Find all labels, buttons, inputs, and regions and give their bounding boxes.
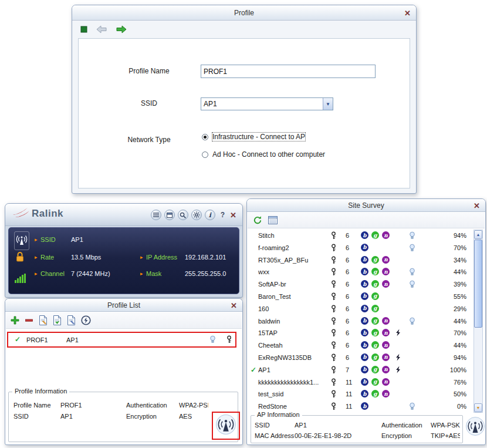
- network-row[interactable]: SoftAP-br 6 bgn 39%: [249, 278, 474, 291]
- adhoc-radio[interactable]: [202, 151, 208, 158]
- bulb-icon: [409, 268, 415, 277]
- close-icon[interactable]: ✕: [231, 301, 237, 309]
- profile-row[interactable]: ✓ PROF1 AP1: [8, 333, 236, 347]
- antenna-status-icon: [14, 231, 29, 250]
- network-row[interactable]: test_ssid 11 bgn 50%: [249, 388, 474, 400]
- ssid-combobox[interactable]: AP1 ▼: [201, 97, 333, 110]
- toolbar-button-search[interactable]: [178, 210, 188, 220]
- radio-tower-icon: [465, 416, 485, 436]
- band-badges: bgn: [361, 378, 393, 386]
- wps-icon: [395, 353, 401, 362]
- network-row[interactable]: ExRegNW3135DB 6 bgn 94%: [249, 352, 474, 364]
- radio-on-off-button[interactable]: [215, 414, 236, 437]
- scroll-up-button[interactable]: ▲: [474, 230, 482, 239]
- back-button[interactable]: [96, 25, 107, 33]
- infrastructure-radio[interactable]: [202, 134, 208, 140]
- network-ssid: f-roaming2: [258, 244, 327, 251]
- band-b-badge: b: [361, 280, 368, 288]
- network-row[interactable]: f-roaming2 6 b 70%: [249, 242, 474, 254]
- network-row[interactable]: ✓ AP1 7 bgn 100%: [249, 364, 474, 376]
- network-ssid: RedStone: [258, 403, 327, 410]
- stop-button[interactable]: [80, 26, 87, 33]
- scrollbar[interactable]: ▲ ▼: [474, 230, 483, 413]
- band-b-badge: b: [361, 366, 368, 373]
- detail-list-icon: [268, 216, 278, 224]
- band-b-badge: b: [361, 390, 368, 398]
- export-profile-button[interactable]: [67, 315, 76, 325]
- scrollbar-thumb[interactable]: [474, 240, 482, 328]
- rescan-button[interactable]: [253, 215, 262, 225]
- detail-view-button[interactable]: [268, 216, 278, 224]
- encryption-key-icon: [330, 329, 337, 338]
- band-b-badge: b: [361, 231, 368, 239]
- signal-percent: 39%: [441, 281, 466, 288]
- band-g-badge: g: [371, 341, 379, 349]
- band-n-badge: n: [382, 280, 390, 288]
- adhoc-radio-label[interactable]: Ad Hoc - Connect to other computer: [212, 150, 325, 159]
- toolbar-button-info[interactable]: i: [205, 210, 215, 220]
- main-window-titlebar[interactable]: Ralink i ? ✕: [5, 204, 242, 226]
- network-row[interactable]: Baron_Test 6 bg 55%: [249, 291, 474, 303]
- profile-form-panel: Profile Name SSID AP1 ▼ Network Type Inf…: [78, 38, 410, 188]
- activate-profile-button[interactable]: [81, 315, 91, 325]
- toolbar-button-network[interactable]: [164, 210, 175, 220]
- band-g-badge: g: [371, 317, 379, 325]
- network-row[interactable]: 160 6 bg 29%: [249, 303, 474, 315]
- network-row[interactable]: RT305x_AP_BFu 6 bgn 34%: [249, 254, 474, 267]
- close-icon[interactable]: ✕: [230, 211, 236, 220]
- signal-percent: 55%: [441, 293, 466, 300]
- network-row[interactable]: Cheetah 6 bgn 44%: [249, 339, 474, 352]
- import-profile-button[interactable]: [53, 315, 62, 325]
- signal-percent: 44%: [441, 318, 466, 325]
- scroll-down-button[interactable]: ▼: [474, 403, 482, 412]
- band-b-badge: b: [361, 341, 368, 349]
- network-row[interactable]: kkkkkkkkkkkkkkkk1... 11 bgn 76%: [249, 376, 474, 389]
- profile-dialog-titlebar[interactable]: Profile ✕: [72, 5, 416, 21]
- help-button[interactable]: ?: [221, 211, 225, 219]
- profile-name-input[interactable]: [201, 65, 376, 78]
- profile-list-titlebar[interactable]: Profile List ✕: [5, 299, 242, 312]
- minus-icon: [25, 316, 33, 325]
- infrastructure-radio-label[interactable]: Infrastructure - Connect to AP: [212, 133, 305, 141]
- profile-row-ssid: AP1: [66, 336, 79, 343]
- arrow-right-icon: [116, 25, 127, 33]
- add-profile-button[interactable]: [11, 316, 19, 325]
- band-n-badge: n: [382, 268, 390, 275]
- delete-profile-button[interactable]: [25, 316, 33, 325]
- band-badges: bgn: [361, 256, 393, 264]
- encryption-key-icon: [330, 292, 337, 302]
- ssid-label: SSID: [13, 413, 60, 420]
- signal-bars-icon: [15, 274, 26, 283]
- toolbar-button-profile[interactable]: [151, 210, 161, 220]
- wps-icon: [395, 366, 401, 375]
- band-b-badge: b: [361, 402, 368, 410]
- band-badges: bgn: [361, 341, 393, 349]
- document-export-icon: [67, 315, 76, 325]
- site-survey-titlebar[interactable]: Site Survey ✕: [247, 199, 485, 212]
- network-channel: 6: [346, 305, 359, 312]
- encryption-key-icon: [330, 256, 337, 265]
- band-n-badge: n: [382, 390, 390, 398]
- main-window: Ralink i ? ✕: [5, 203, 243, 298]
- encryption-key-icon: [330, 280, 337, 289]
- next-button[interactable]: [116, 25, 127, 33]
- close-icon[interactable]: ✕: [404, 9, 411, 16]
- edit-profile-button[interactable]: [39, 315, 48, 325]
- combobox-dropdown-button[interactable]: ▼: [323, 98, 333, 110]
- close-icon[interactable]: ✕: [474, 201, 480, 209]
- band-g-badge: g: [371, 292, 379, 300]
- channel-value: 7 (2442 MHz): [71, 270, 140, 277]
- network-channel: 6: [346, 257, 359, 264]
- network-list: Stitch 6 bgn 94% f-roaming2 6 b 70% RT30…: [249, 230, 474, 413]
- ap-information-legend: AP Information: [255, 411, 302, 418]
- ssid-value: AP1: [60, 413, 126, 420]
- network-row[interactable]: baldwin 6 bgn 44%: [249, 315, 474, 328]
- network-row[interactable]: Stitch 6 bgn 94%: [249, 230, 474, 242]
- band-b-badge: b: [361, 244, 368, 251]
- band-g-badge: g: [371, 329, 379, 336]
- band-badges: bgn: [361, 390, 393, 398]
- toolbar-button-settings[interactable]: [191, 210, 202, 220]
- network-row[interactable]: 15TAP 6 bgn 70%: [249, 327, 474, 339]
- connect-button[interactable]: [465, 416, 485, 439]
- network-row[interactable]: wxx 6 bgn 44%: [249, 266, 474, 278]
